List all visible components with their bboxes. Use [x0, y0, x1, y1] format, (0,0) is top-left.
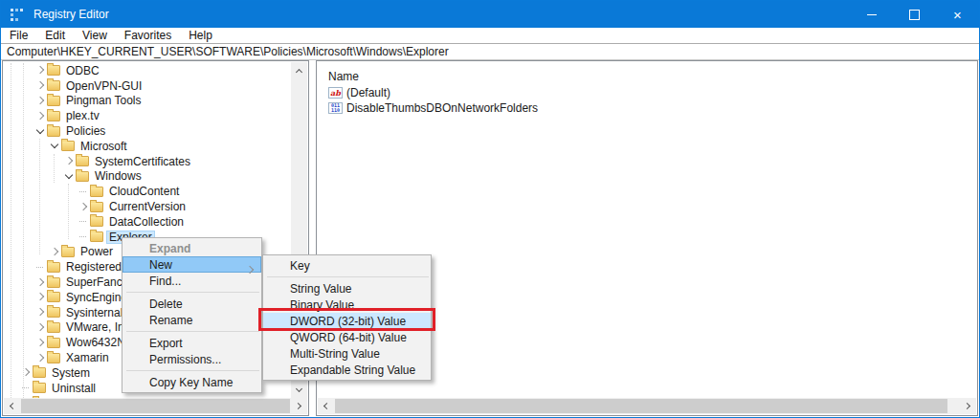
minimize-icon — [867, 14, 877, 15]
menu-item-delete[interactable]: Delete — [122, 296, 261, 312]
tree-connector — [78, 191, 88, 192]
menu-separator — [267, 276, 429, 277]
scroll-down-button[interactable] — [291, 382, 307, 398]
menu-item-string-value[interactable]: String Value — [263, 280, 431, 297]
folder-icon — [33, 367, 46, 378]
menu-item-rename[interactable]: Rename — [122, 312, 261, 328]
chevron-right-icon — [964, 403, 970, 409]
tree-row[interactable]: OpenVPN-GUI — [3, 78, 291, 94]
menu-file[interactable]: File — [2, 29, 36, 42]
maximize-button[interactable] — [893, 1, 936, 28]
chevron-left-icon — [323, 403, 330, 409]
tree-row[interactable]: CloudContent — [3, 184, 291, 199]
folder-icon — [33, 383, 46, 393]
menu-item-qword-64-bit-value[interactable]: QWORD (64-bit) Value — [263, 329, 431, 345]
tree-label: CurrentVersion — [106, 200, 189, 213]
menu-item-dword-32-bit-value[interactable]: DWORD (32-bit) Value — [263, 313, 431, 329]
tree-horizontal-scrollbar[interactable] — [4, 398, 307, 414]
tree-row[interactable]: plex.tv — [3, 108, 291, 123]
menu-item-new[interactable]: New — [122, 256, 261, 273]
menu-favorites[interactable]: Favorites — [116, 29, 180, 42]
values-horizontal-scrollbar[interactable] — [318, 398, 976, 414]
maximize-icon — [909, 10, 920, 20]
menu-separator — [126, 370, 259, 371]
address-path: Computer\HKEY_CURRENT_USER\SOFTWARE\Poli… — [7, 45, 449, 58]
close-button[interactable]: × — [936, 1, 979, 28]
menu-help[interactable]: Help — [180, 29, 221, 42]
tree-label: SystemCertificates — [92, 155, 193, 168]
string-value-icon: ab — [328, 87, 343, 99]
tree-row[interactable]: Pingman Tools — [3, 94, 291, 109]
menubar: FileEditViewFavoritesHelp — [2, 28, 978, 43]
tree-row[interactable]: Policies — [3, 123, 291, 139]
chevron-right-icon — [295, 403, 301, 409]
menu-separator — [126, 292, 259, 293]
address-bar[interactable]: Computer\HKEY_CURRENT_USER\SOFTWARE\Poli… — [1, 43, 979, 60]
menu-item-binary-value[interactable]: Binary Value — [263, 297, 431, 313]
menu-edit[interactable]: Edit — [36, 29, 74, 42]
chevron-right-icon[interactable] — [34, 68, 45, 73]
tree-row[interactable]: Microsoft — [3, 139, 291, 154]
chevron-right-icon[interactable] — [34, 295, 45, 299]
menu-item-label: New — [149, 258, 172, 272]
chevron-right-icon[interactable] — [34, 83, 45, 88]
folder-icon — [47, 65, 60, 76]
menu-item-multi-string-value[interactable]: Multi-String Value — [263, 345, 431, 362]
chevron-right-icon[interactable] — [34, 114, 45, 119]
name-column-header[interactable]: Name — [328, 67, 977, 85]
chevron-down-icon[interactable] — [34, 130, 45, 133]
folder-icon — [76, 156, 89, 166]
scroll-left-button[interactable] — [318, 398, 334, 414]
registry-app-icon — [11, 9, 23, 21]
chevron-right-icon[interactable] — [63, 159, 74, 164]
chevron-down-icon[interactable] — [49, 144, 59, 147]
chevron-right-icon[interactable] — [34, 341, 45, 345]
menu-item-expandable-string-value[interactable]: Expandable String Value — [263, 362, 431, 378]
scroll-right-button[interactable] — [291, 398, 307, 414]
value-row[interactable]: 011 110DisableThumbsDBOnNetworkFolders — [328, 100, 977, 116]
folder-icon — [47, 322, 60, 333]
scrollbar-thumb[interactable] — [21, 399, 290, 413]
menu-item-copy-key-name[interactable]: Copy Key Name — [122, 374, 261, 390]
menu-item-label: Multi-String Value — [290, 347, 380, 361]
scroll-right-button[interactable] — [960, 398, 976, 414]
tree-row[interactable]: CurrentVersion — [3, 199, 291, 214]
tree-label: Policies — [63, 124, 108, 138]
folder-icon — [90, 216, 103, 227]
tree-row[interactable]: Windows — [3, 169, 291, 185]
scrollbar-thumb[interactable] — [335, 399, 947, 413]
chevron-down-icon[interactable] — [63, 175, 74, 178]
chevron-right-icon[interactable] — [49, 250, 59, 254]
tree-row[interactable]: ODBC — [3, 63, 291, 78]
tree-row[interactable]: SystemCertificates — [3, 154, 291, 169]
menu-item-find[interactable]: Find... — [122, 273, 261, 289]
menu-item-label: Delete — [149, 297, 183, 311]
menu-item-key[interactable]: Key — [263, 257, 431, 274]
menu-item-label: Expand — [149, 242, 190, 255]
scroll-left-button[interactable] — [4, 398, 20, 414]
menu-view[interactable]: View — [74, 29, 116, 42]
chevron-right-icon[interactable] — [20, 370, 31, 375]
new-submenu: KeyString ValueBinary ValueDWORD (32-bit… — [262, 254, 432, 381]
menu-item-label: Key — [290, 259, 310, 273]
scroll-up-button[interactable] — [291, 62, 307, 78]
minimize-button[interactable] — [850, 1, 893, 28]
value-row[interactable]: ab(Default) — [328, 85, 977, 100]
tree-row[interactable]: DataCollection — [3, 214, 291, 230]
registry-editor-window: Registry Editor × FileEditViewFavoritesH… — [0, 0, 980, 418]
chevron-right-icon[interactable] — [34, 325, 45, 330]
chevron-right-icon[interactable] — [34, 356, 45, 361]
folder-icon — [47, 307, 60, 318]
menu-item-label: QWORD (64-bit) Value — [290, 331, 407, 344]
tree-guide-line — [23, 63, 24, 398]
menu-item-export[interactable]: Export — [122, 335, 261, 351]
chevron-right-icon[interactable] — [34, 99, 45, 103]
menu-separator — [126, 331, 259, 332]
chevron-right-icon[interactable] — [34, 280, 45, 285]
menu-item-permissions[interactable]: Permissions... — [122, 351, 261, 367]
folder-icon — [90, 187, 103, 197]
chevron-right-icon[interactable] — [34, 310, 45, 315]
chevron-right-icon[interactable] — [78, 205, 88, 209]
tree-connector — [34, 267, 45, 268]
menu-item-expand[interactable]: Expand — [122, 240, 261, 256]
